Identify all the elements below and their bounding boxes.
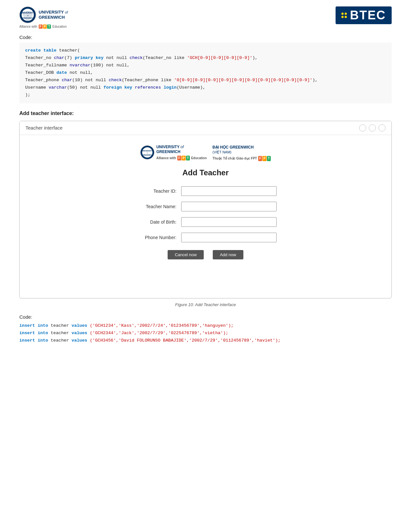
- btec-logo: BTEC: [336, 6, 392, 24]
- window-uni-vn-line1: ĐẠI HỌC GREENWICH: [212, 145, 254, 150]
- form-buttons: Cancel now Add now: [168, 250, 243, 259]
- header: UNIVERSITY of GREENWICH UNIVERSITY ofGRE…: [19, 6, 392, 29]
- window-controls: [359, 124, 386, 131]
- window-uni-vn-alliance: Thuộc Tổ chức Giáo dục FPT FPT: [212, 156, 271, 161]
- window-alliance-row: Alliance with FPT Education: [156, 156, 207, 160]
- education-text: Education: [52, 25, 66, 28]
- add-teacher-heading: Add teacher interface:: [19, 111, 392, 116]
- form-row-dob: Date of Birth:: [135, 217, 277, 227]
- code-block-create: create table teacher( Teacher_no char(7)…: [19, 43, 392, 103]
- svg-text:GREENWICH: GREENWICH: [22, 17, 34, 19]
- window-fpt-logo: FPT: [177, 156, 190, 160]
- window-uni-vn: ĐẠI HỌC GREENWICH (VIỆT NAM) Thuộc Tổ ch…: [212, 145, 271, 161]
- university-text: UNIVERSITY ofGREENWICH: [39, 10, 68, 20]
- teacher-name-input[interactable]: [181, 202, 277, 211]
- teacher-name-label: Teacher Name:: [135, 204, 177, 209]
- window-titlebar: Teacher interface: [20, 121, 391, 135]
- alliance-text: Alliance with: [19, 25, 37, 28]
- figure-caption: Figure 10: Add Teacher interface: [19, 302, 392, 307]
- window-uni-logo-left: UNIVERSITY of GREENWICH UNIVERSITY ofGRE…: [140, 145, 207, 160]
- phone-input[interactable]: [181, 233, 277, 242]
- window-fpt-logo-2: FPT: [258, 156, 271, 161]
- teacher-interface-window: Teacher interface UNIVERSITY of: [19, 121, 392, 298]
- form-grid: Teacher ID: Teacher Name: Date of Birth:…: [135, 186, 277, 242]
- win-btn-2[interactable]: [369, 124, 376, 131]
- window-edu-text: Education: [191, 156, 207, 160]
- window-uni-logos-row: UNIVERSITY of GREENWICH UNIVERSITY ofGRE…: [140, 145, 271, 161]
- university-logo: UNIVERSITY of GREENWICH UNIVERSITY ofGRE…: [19, 6, 68, 23]
- code-label-2: Code:: [19, 314, 392, 320]
- logo-left: UNIVERSITY of GREENWICH UNIVERSITY ofGRE…: [19, 6, 68, 29]
- window-uni-name: UNIVERSITY ofGREENWICH Alliance with FPT…: [156, 145, 207, 160]
- form-title: Add Teacher: [182, 168, 229, 177]
- form-row-teacher-id: Teacher ID:: [135, 186, 277, 196]
- code-block-insert: insert into teacher values ('GCH1234','K…: [19, 322, 392, 344]
- teacher-id-label: Teacher ID:: [135, 189, 177, 194]
- cancel-button[interactable]: Cancel now: [168, 250, 204, 259]
- win-btn-3[interactable]: [378, 124, 386, 131]
- add-now-button[interactable]: Add now: [213, 250, 243, 259]
- btec-dots-icon: [341, 13, 347, 18]
- svg-text:GREENWICH: GREENWICH: [142, 154, 152, 156]
- alliance-bar: Alliance with FPT Education: [19, 24, 67, 29]
- teacher-id-input[interactable]: [181, 186, 277, 196]
- window-uni-header: UNIVERSITY of GREENWICH UNIVERSITY ofGRE…: [140, 145, 271, 161]
- svg-text:UNIVERSITY: UNIVERSITY: [21, 12, 34, 14]
- svg-text:UNIVERSITY: UNIVERSITY: [142, 150, 153, 152]
- phone-label: Phone Number:: [135, 235, 177, 240]
- fpt-logo: FPT: [39, 24, 51, 29]
- btec-label: BTEC: [350, 8, 386, 22]
- win-btn-1[interactable]: [359, 124, 366, 131]
- svg-text:of: of: [27, 15, 29, 16]
- window-uog-shield-icon: UNIVERSITY of GREENWICH: [140, 145, 154, 160]
- window-title: Teacher interface: [25, 125, 63, 131]
- uog-shield-icon: UNIVERSITY of GREENWICH: [19, 6, 36, 23]
- form-row-teacher-name: Teacher Name:: [135, 202, 277, 211]
- window-uni-vn-line3-text: Thuộc Tổ chức Giáo dục FPT: [212, 156, 257, 161]
- dob-input[interactable]: [181, 217, 277, 227]
- window-uni-vn-line2: (VIỆT NAM): [212, 150, 231, 155]
- window-body: UNIVERSITY of GREENWICH UNIVERSITY ofGRE…: [20, 135, 391, 298]
- window-alliance-text: Alliance with: [156, 156, 176, 160]
- code-label-1: Code:: [19, 34, 392, 40]
- dob-label: Date of Birth:: [135, 219, 177, 225]
- page: UNIVERSITY of GREENWICH UNIVERSITY ofGRE…: [0, 0, 411, 532]
- form-row-phone: Phone Number:: [135, 233, 277, 242]
